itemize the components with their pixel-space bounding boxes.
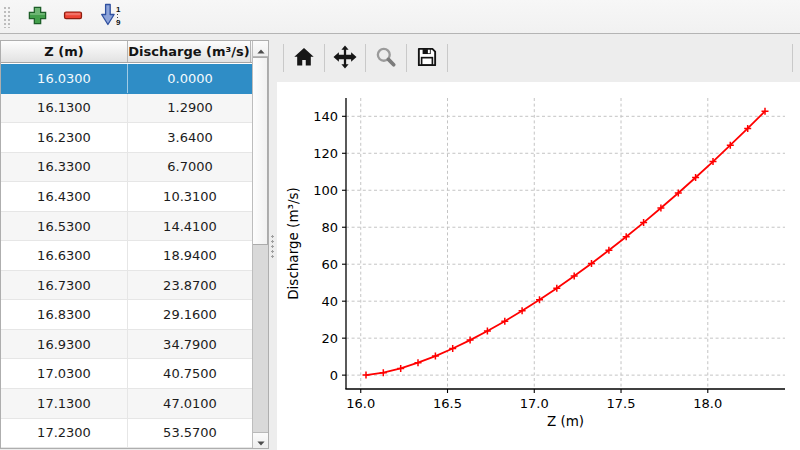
toolbar-drag-handle[interactable] bbox=[3, 6, 11, 28]
triangle-up-icon bbox=[257, 39, 265, 58]
pan-icon bbox=[333, 45, 357, 72]
cell-z[interactable]: 16.9300 bbox=[1, 330, 128, 359]
cell-discharge[interactable]: 3.6400 bbox=[128, 123, 252, 152]
table-row[interactable]: 16.430010.3100 bbox=[1, 182, 252, 212]
remove-row-button[interactable] bbox=[57, 3, 89, 31]
svg-text:140: 140 bbox=[313, 109, 338, 124]
scrollbar-thumb[interactable] bbox=[253, 57, 268, 245]
cell-z[interactable]: 16.6300 bbox=[1, 241, 128, 270]
cell-z[interactable]: 16.1300 bbox=[1, 94, 128, 123]
cell-discharge[interactable]: 0.0000 bbox=[128, 64, 252, 93]
zoom-icon bbox=[375, 46, 397, 71]
home-view-button[interactable] bbox=[287, 41, 321, 75]
table-row[interactable]: 16.830029.1600 bbox=[1, 300, 252, 330]
table-row[interactable]: 16.03000.0000 bbox=[1, 64, 252, 94]
cell-discharge[interactable]: 14.4100 bbox=[128, 212, 252, 241]
cell-discharge[interactable]: 40.7500 bbox=[128, 359, 252, 388]
svg-text:120: 120 bbox=[313, 146, 338, 161]
splitter-grip-icon bbox=[270, 234, 276, 258]
cell-discharge[interactable]: 6.7000 bbox=[128, 153, 252, 182]
svg-text:Z (m): Z (m) bbox=[547, 413, 584, 429]
cell-z[interactable]: 17.0300 bbox=[1, 359, 128, 388]
chart-panel: 16.016.517.017.518.0020406080100120140Z … bbox=[277, 34, 800, 450]
table-body: 16.03000.000016.13001.290016.23003.64001… bbox=[1, 64, 252, 448]
cell-discharge[interactable]: 18.9400 bbox=[128, 241, 252, 270]
sort-ascending-button[interactable]: 1 9 bbox=[93, 3, 125, 31]
cell-z[interactable]: 16.7300 bbox=[1, 271, 128, 300]
svg-text:100: 100 bbox=[313, 183, 338, 198]
svg-text:16.0: 16.0 bbox=[346, 396, 375, 411]
minus-icon bbox=[63, 5, 83, 28]
cell-discharge[interactable]: 1.2900 bbox=[128, 94, 252, 123]
main-toolbar: 1 9 bbox=[0, 0, 800, 34]
splitter-handle[interactable] bbox=[269, 34, 277, 450]
column-header-z[interactable]: Z (m) bbox=[1, 41, 128, 62]
cell-z[interactable]: 16.2300 bbox=[1, 123, 128, 152]
svg-text:0: 0 bbox=[330, 368, 338, 383]
svg-text:17.5: 17.5 bbox=[607, 396, 636, 411]
table-row[interactable]: 16.730023.8700 bbox=[1, 271, 252, 301]
table-row[interactable]: 16.33006.7000 bbox=[1, 153, 252, 183]
cell-z[interactable]: 17.1300 bbox=[1, 389, 128, 418]
scroll-up-button[interactable] bbox=[253, 41, 268, 57]
cell-z[interactable]: 16.3300 bbox=[1, 153, 128, 182]
table-row[interactable]: 16.23003.6400 bbox=[1, 123, 252, 153]
svg-text:20: 20 bbox=[321, 331, 338, 346]
chart-toolbar bbox=[277, 34, 800, 82]
cell-discharge[interactable]: 53.5700 bbox=[128, 419, 252, 448]
cell-discharge[interactable]: 23.8700 bbox=[128, 271, 252, 300]
scroll-down-button[interactable] bbox=[253, 432, 268, 448]
table-row[interactable]: 16.630018.9400 bbox=[1, 241, 252, 271]
table-row[interactable]: 17.230053.5700 bbox=[1, 419, 252, 448]
cell-z[interactable]: 17.2300 bbox=[1, 419, 128, 448]
table-row[interactable]: 16.13001.2900 bbox=[1, 94, 252, 124]
rating-curve-table: Z (m) Discharge (m³/s) 16.03000.000016.1… bbox=[0, 40, 269, 449]
triangle-down-icon bbox=[257, 431, 265, 450]
table-row[interactable]: 17.130047.0100 bbox=[1, 389, 252, 419]
table-row[interactable]: 16.930034.7900 bbox=[1, 330, 252, 360]
home-icon bbox=[293, 46, 315, 71]
svg-text:17.0: 17.0 bbox=[520, 396, 549, 411]
pan-button[interactable] bbox=[328, 41, 362, 75]
cell-z[interactable]: 16.5300 bbox=[1, 212, 128, 241]
svg-text:16.5: 16.5 bbox=[433, 396, 462, 411]
table-header: Z (m) Discharge (m³/s) bbox=[1, 41, 268, 63]
cell-z[interactable]: 16.0300 bbox=[1, 64, 128, 93]
svg-text:40: 40 bbox=[321, 294, 338, 309]
sort-order-badges: 1 9 bbox=[115, 4, 123, 30]
svg-text:80: 80 bbox=[321, 220, 338, 235]
chart-figure: 16.016.517.017.518.0020406080100120140Z … bbox=[277, 82, 800, 450]
table-scrollbar[interactable] bbox=[252, 41, 268, 448]
zoom-to-rect-button[interactable] bbox=[369, 41, 403, 75]
chart-canvas[interactable]: 16.016.517.017.518.0020406080100120140Z … bbox=[277, 82, 800, 450]
cell-discharge[interactable]: 34.7900 bbox=[128, 330, 252, 359]
cell-discharge[interactable]: 29.1600 bbox=[128, 300, 252, 329]
table-row[interactable]: 16.530014.4100 bbox=[1, 212, 252, 242]
application-window: 1 9 Z (m) Discharge (m³/s) 16.03000.0000… bbox=[0, 0, 800, 450]
svg-text:18.0: 18.0 bbox=[693, 396, 722, 411]
cell-discharge[interactable]: 10.3100 bbox=[128, 182, 252, 211]
cell-discharge[interactable]: 47.0100 bbox=[128, 389, 252, 418]
table-row[interactable]: 17.030040.7500 bbox=[1, 359, 252, 389]
svg-text:Discharge (m³/s): Discharge (m³/s) bbox=[285, 187, 301, 300]
cell-z[interactable]: 16.8300 bbox=[1, 300, 128, 329]
plus-icon bbox=[28, 6, 47, 28]
cell-z[interactable]: 16.4300 bbox=[1, 182, 128, 211]
add-row-button[interactable] bbox=[21, 3, 53, 31]
column-header-discharge[interactable]: Discharge (m³/s) bbox=[128, 41, 251, 62]
save-icon bbox=[416, 46, 438, 71]
save-figure-button[interactable] bbox=[410, 41, 444, 75]
svg-text:60: 60 bbox=[321, 257, 338, 272]
